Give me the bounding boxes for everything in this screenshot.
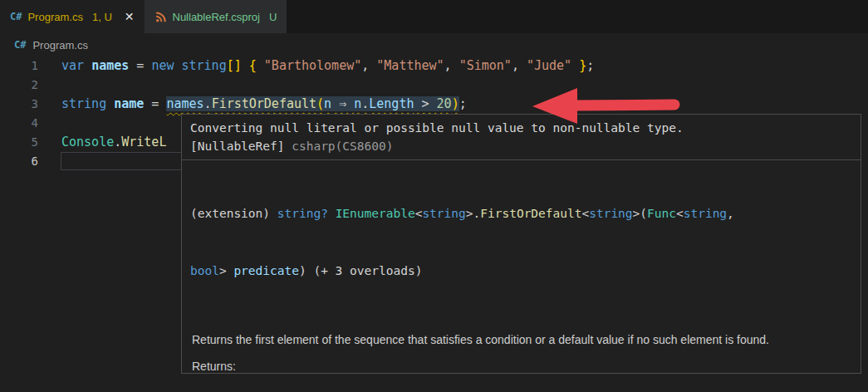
hover-tooltip: Converting null literal or possible null…	[181, 114, 861, 374]
line-number: 5	[0, 133, 38, 152]
tab-label: NullableRef.csproj	[173, 11, 261, 23]
csharp-file-icon: C#	[14, 39, 26, 51]
vscode-editor-window: C# Program.cs 1, U ✕ NullableRef.csproj …	[0, 0, 868, 392]
tab-status-badge: 1, U	[92, 11, 112, 23]
breadcrumb: C# Program.cs	[0, 33, 868, 56]
code-text: Console.WriteL	[61, 133, 166, 152]
diagnostic-section: Converting null literal or possible null…	[182, 115, 861, 159]
code-line-2[interactable]: 2	[0, 76, 868, 95]
code-line-3[interactable]: 3 string name = names.FirstOrDefault(n ⇒…	[0, 95, 868, 114]
line-number: 1	[0, 56, 38, 76]
diagnostic-message: Converting null literal or possible null…	[190, 119, 852, 137]
signature-line-2: bool> predicate) (+ 3 overloads)	[190, 262, 852, 281]
tab-label: Program.cs	[27, 11, 82, 23]
docs-section: Returns the first element of the sequenc…	[182, 325, 861, 374]
line-number: 2	[0, 76, 38, 95]
close-icon[interactable]: ✕	[125, 10, 135, 23]
tab-program-cs[interactable]: C# Program.cs 1, U ✕	[0, 0, 145, 33]
signature-section: (extension) string? IEnumerable<string>.…	[182, 160, 861, 325]
diagnostic-source: [NullableRef] csharp(CS8600)	[190, 137, 852, 155]
tab-bar: C# Program.cs 1, U ✕ NullableRef.csproj …	[0, 0, 868, 33]
code-text: var names = new string[] { "Bartholomew"…	[61, 56, 594, 76]
code-line-1[interactable]: 1 var names = new string[] { "Bartholome…	[0, 56, 868, 76]
line-number: 4	[0, 114, 38, 133]
tab-nullableref-csproj[interactable]: NullableRef.csproj U	[145, 0, 287, 33]
hover-highlight-warning-squiggle[interactable]: names.FirstOrDefault(n ⇒ n.Length > 20)	[166, 96, 459, 111]
method-description: Returns the first element of the sequenc…	[192, 331, 821, 348]
csharp-file-icon: C#	[10, 11, 22, 22]
breadcrumb-item-program-cs[interactable]: Program.cs	[32, 39, 87, 51]
returns-label: Returns:	[192, 360, 851, 374]
line-number: 6	[0, 152, 38, 171]
line-number: 3	[0, 95, 38, 114]
signature-line-1: (extension) string? IEnumerable<string>.…	[190, 204, 852, 223]
tab-status-badge: U	[269, 11, 277, 23]
rss-icon	[154, 11, 167, 23]
code-text: string name = names.FirstOrDefault(n ⇒ n…	[61, 95, 467, 114]
